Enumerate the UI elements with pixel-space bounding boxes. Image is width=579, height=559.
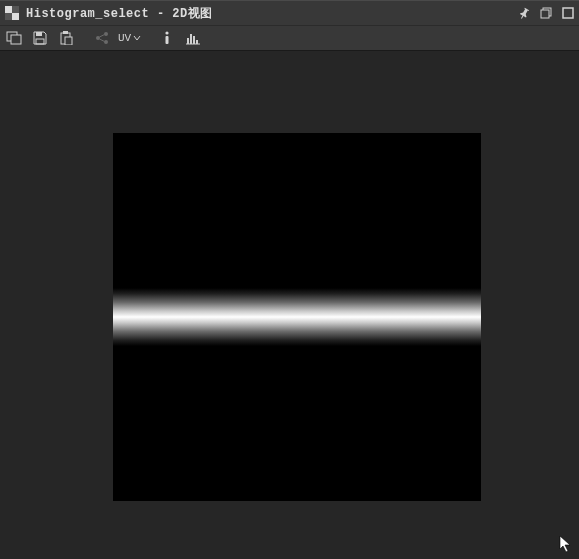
gradient-stripe — [113, 288, 481, 346]
svg-rect-9 — [36, 39, 44, 44]
restore-button[interactable] — [535, 2, 557, 24]
svg-rect-8 — [36, 32, 42, 36]
toolbar: UV — [0, 25, 579, 51]
pin-icon — [518, 7, 530, 19]
svg-rect-5 — [563, 8, 573, 18]
svg-rect-2 — [12, 13, 19, 20]
save-icon — [33, 31, 47, 45]
paste-button[interactable] — [54, 27, 78, 49]
svg-rect-7 — [11, 35, 21, 44]
chevron-down-icon — [133, 34, 141, 42]
info-icon — [162, 31, 172, 45]
cursor-arrow-icon — [559, 535, 573, 553]
window-title: Histogram_select - 2D视图 — [26, 5, 513, 22]
svg-rect-19 — [166, 36, 169, 44]
pin-button[interactable] — [513, 2, 535, 24]
histogram-button[interactable] — [181, 27, 205, 49]
titlebar: Histogram_select - 2D视图 — [0, 0, 579, 25]
save-button[interactable] — [28, 27, 52, 49]
maximize-icon — [562, 7, 574, 19]
svg-point-18 — [166, 31, 169, 34]
svg-point-15 — [104, 40, 108, 44]
restore-icon — [540, 7, 552, 19]
svg-rect-22 — [190, 34, 192, 44]
share-button[interactable] — [90, 27, 114, 49]
svg-rect-24 — [196, 40, 198, 44]
canvas-image — [113, 133, 481, 501]
svg-rect-11 — [63, 31, 68, 34]
svg-rect-21 — [187, 38, 189, 44]
checkerboard-icon — [2, 3, 22, 23]
svg-rect-1 — [5, 6, 12, 13]
svg-rect-4 — [541, 10, 549, 18]
svg-point-14 — [104, 32, 108, 36]
uv-label: UV — [118, 32, 131, 44]
svg-line-17 — [100, 39, 105, 42]
share-icon — [95, 31, 109, 45]
svg-rect-23 — [193, 36, 195, 44]
viewport-2d[interactable] — [0, 51, 579, 559]
histogram-icon — [185, 31, 201, 45]
overlay-icon — [6, 31, 22, 45]
svg-line-16 — [100, 35, 105, 38]
maximize-button[interactable] — [557, 2, 579, 24]
paste-icon — [59, 31, 73, 45]
overlay-button[interactable] — [2, 27, 26, 49]
svg-rect-12 — [65, 37, 72, 45]
uv-dropdown[interactable]: UV — [116, 32, 143, 44]
info-button[interactable] — [155, 27, 179, 49]
